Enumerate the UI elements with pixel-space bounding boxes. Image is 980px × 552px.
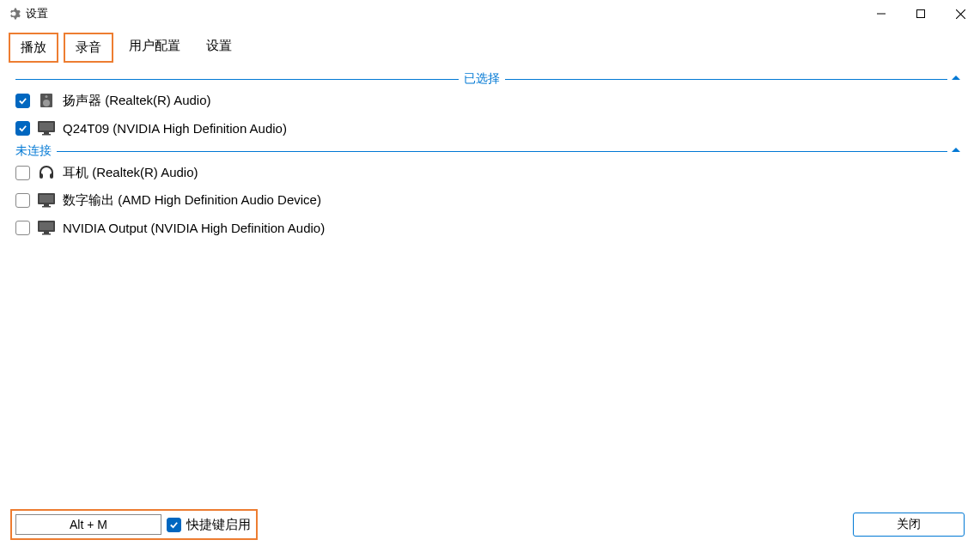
chevron-up-icon[interactable] bbox=[947, 73, 965, 86]
svg-rect-16 bbox=[44, 232, 49, 234]
svg-rect-11 bbox=[40, 195, 53, 203]
tab-settings[interactable]: 设置 bbox=[196, 33, 242, 63]
monitor-icon bbox=[37, 119, 56, 136]
monitor-icon bbox=[37, 191, 56, 209]
hotkey-input[interactable] bbox=[15, 514, 161, 535]
device-row[interactable]: 耳机 (Realtek(R) Audio) bbox=[15, 159, 965, 186]
device-checkbox[interactable] bbox=[15, 121, 30, 136]
device-checkbox[interactable] bbox=[15, 193, 30, 208]
section-not-connected-header: 未连接 bbox=[15, 143, 965, 159]
device-checkbox[interactable] bbox=[15, 221, 30, 235]
window-title: 设置 bbox=[26, 6, 48, 21]
device-label: NVIDIA Output (NVIDIA High Definition Au… bbox=[63, 221, 325, 235]
svg-rect-13 bbox=[42, 206, 51, 208]
titlebar: 设置 bbox=[0, 0, 980, 27]
svg-rect-6 bbox=[44, 132, 49, 134]
device-label: 数字输出 (AMD High Definition Audio Device) bbox=[63, 192, 321, 209]
speaker-icon bbox=[37, 92, 56, 109]
device-row[interactable]: 数字输出 (AMD High Definition Audio Device) bbox=[15, 186, 965, 214]
hotkey-enable-label: 快捷键启用 bbox=[186, 517, 251, 533]
svg-rect-5 bbox=[40, 123, 53, 130]
svg-rect-15 bbox=[40, 222, 53, 230]
svg-rect-12 bbox=[44, 204, 49, 206]
chevron-up-icon[interactable] bbox=[947, 145, 965, 158]
svg-rect-8 bbox=[40, 173, 43, 179]
svg-rect-17 bbox=[42, 234, 51, 235]
device-label: 耳机 (Realtek(R) Audio) bbox=[63, 165, 198, 181]
svg-rect-0 bbox=[917, 10, 925, 18]
device-row[interactable]: Q24T09 (NVIDIA High Definition Audio) bbox=[15, 114, 965, 142]
close-button[interactable]: 关闭 bbox=[853, 513, 965, 537]
window-controls bbox=[861, 0, 980, 27]
device-checkbox[interactable] bbox=[15, 166, 30, 180]
svg-rect-7 bbox=[42, 134, 51, 136]
tab-recording[interactable]: 录音 bbox=[64, 33, 113, 63]
section-selected-label: 已选择 bbox=[459, 71, 505, 87]
maximize-button[interactable] bbox=[901, 0, 940, 27]
hotkey-group: 快捷键启用 bbox=[10, 509, 258, 540]
headphones-icon bbox=[37, 164, 56, 181]
device-row[interactable]: NVIDIA Output (NVIDIA High Definition Au… bbox=[15, 214, 965, 241]
device-row[interactable]: 扬声器 (Realtek(R) Audio) bbox=[15, 87, 965, 114]
gear-icon bbox=[7, 7, 21, 21]
device-checkbox[interactable] bbox=[15, 94, 30, 108]
section-not-connected-label: 未连接 bbox=[15, 143, 57, 159]
device-label: Q24T09 (NVIDIA High Definition Audio) bbox=[63, 121, 287, 136]
bottom-bar: 快捷键启用 关闭 bbox=[0, 500, 980, 552]
device-label: 扬声器 (Realtek(R) Audio) bbox=[63, 93, 211, 109]
device-list: 已选择 扬声器 (Realtek(R) Audio) Q24T09 (NVIDI… bbox=[0, 68, 980, 500]
minimize-button[interactable] bbox=[861, 0, 901, 27]
tab-user-config[interactable]: 用户配置 bbox=[119, 33, 191, 63]
svg-rect-9 bbox=[50, 173, 53, 179]
monitor-icon bbox=[37, 219, 56, 236]
hotkey-enable-checkbox[interactable] bbox=[167, 518, 181, 532]
tab-bar: 播放 录音 用户配置 设置 bbox=[0, 27, 980, 63]
tab-playback[interactable]: 播放 bbox=[9, 33, 58, 63]
svg-point-2 bbox=[43, 100, 50, 106]
svg-point-3 bbox=[46, 95, 48, 98]
section-selected-header: 已选择 bbox=[15, 71, 965, 87]
close-window-button[interactable] bbox=[940, 0, 980, 27]
